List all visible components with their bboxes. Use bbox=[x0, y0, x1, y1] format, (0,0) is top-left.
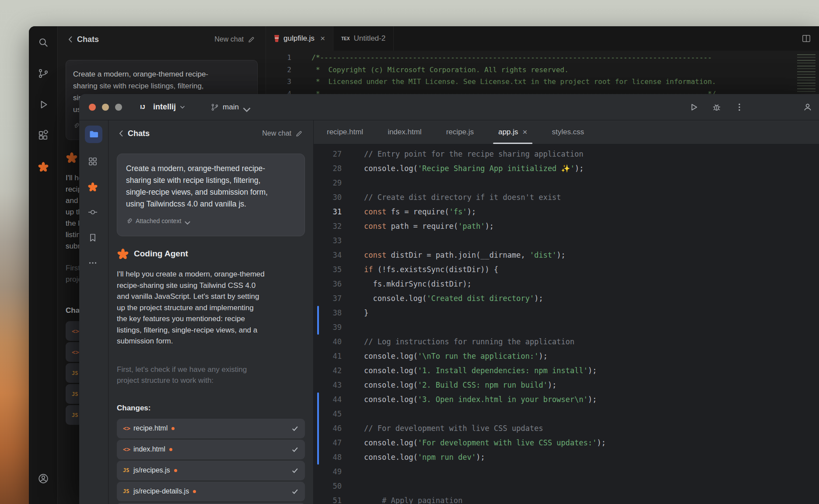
code-line[interactable]: 51 # Apply pagination bbox=[314, 494, 819, 504]
line-number[interactable]: 40 bbox=[314, 335, 350, 349]
code-line[interactable]: 33 bbox=[314, 234, 819, 248]
code-line[interactable]: 2 * Copyright (c) Microsoft Corporation.… bbox=[266, 64, 819, 76]
line-number[interactable]: 27 bbox=[314, 147, 350, 161]
ai-flower-icon[interactable] bbox=[88, 182, 100, 194]
code-line[interactable]: 44console.log('3. Open index.html in you… bbox=[314, 392, 819, 407]
code-line[interactable]: 34const distDir = path.join(__dirname, '… bbox=[314, 248, 819, 262]
gutter-change-marker[interactable] bbox=[317, 392, 319, 465]
code-line[interactable]: 38} bbox=[314, 306, 819, 320]
line-number[interactable]: 31 bbox=[314, 205, 350, 219]
line-number[interactable]: 41 bbox=[314, 349, 350, 364]
line-number[interactable]: 29 bbox=[314, 176, 350, 190]
line-number[interactable]: 3 bbox=[266, 76, 297, 88]
code-line[interactable]: 1/*-------------------------------------… bbox=[266, 52, 819, 64]
change-row-partial[interactable]: JS bbox=[117, 503, 305, 504]
source-control-icon[interactable] bbox=[38, 68, 49, 79]
code-line[interactable]: 43console.log('2. Build CSS: npm run bui… bbox=[314, 378, 819, 392]
back-chevron-icon[interactable] bbox=[119, 130, 123, 137]
project-tool-button[interactable] bbox=[85, 126, 102, 143]
line-number[interactable]: 36 bbox=[314, 277, 350, 291]
line-number[interactable]: 1 bbox=[266, 52, 297, 64]
code-line[interactable]: 30// Create dist directory if it doesn't… bbox=[314, 190, 819, 205]
close-icon[interactable]: × bbox=[320, 34, 325, 43]
line-number[interactable]: 30 bbox=[314, 190, 350, 205]
code-line[interactable]: 39 bbox=[314, 320, 819, 335]
code-line[interactable]: 48console.log('npm run dev'); bbox=[314, 450, 819, 465]
new-chat-button[interactable]: New chat bbox=[262, 130, 303, 137]
more-icon[interactable] bbox=[88, 258, 100, 270]
code-line[interactable]: 3 * Licensed under the MIT License. See … bbox=[266, 76, 819, 88]
change-row-js/recipe-details.js[interactable]: JSjs/recipe-details.js bbox=[117, 482, 305, 501]
search-icon[interactable] bbox=[38, 37, 49, 48]
line-number[interactable]: 37 bbox=[314, 291, 350, 306]
code-line[interactable]: 29 bbox=[314, 176, 819, 190]
code-line[interactable]: 46// For development with live CSS updat… bbox=[314, 421, 819, 436]
line-number[interactable]: 33 bbox=[314, 234, 350, 248]
editor-tab-gulpfile.js[interactable]: gulpfile.js× bbox=[266, 26, 333, 51]
run-icon[interactable] bbox=[689, 102, 699, 112]
code-editor[interactable]: 27// Entry point for the recipe sharing … bbox=[314, 144, 819, 504]
line-number[interactable]: 46 bbox=[314, 421, 350, 436]
account-icon[interactable] bbox=[38, 473, 49, 484]
new-chat-button[interactable]: New chat bbox=[214, 35, 255, 43]
change-row-js/recipes.js[interactable]: JSjs/recipes.js bbox=[117, 461, 305, 480]
line-number[interactable]: 35 bbox=[314, 262, 350, 277]
code-line[interactable]: 40// Log instructions for running the ap… bbox=[314, 335, 819, 349]
back-chevron-icon[interactable] bbox=[68, 36, 73, 43]
editor-tab-recipe.js[interactable]: recipe.js bbox=[436, 120, 484, 144]
line-number[interactable]: 43 bbox=[314, 378, 350, 392]
code-line[interactable]: 47console.log('For development with live… bbox=[314, 436, 819, 450]
line-number[interactable]: 38 bbox=[314, 306, 350, 320]
branch-widget[interactable]: main bbox=[210, 103, 248, 112]
close-icon[interactable]: × bbox=[522, 127, 527, 137]
debug-bug-icon[interactable] bbox=[711, 102, 722, 112]
line-number[interactable]: 42 bbox=[314, 364, 350, 378]
editor-tab-Untitled-2[interactable]: TEXUntitled-2 bbox=[333, 26, 394, 51]
more-vertical-icon[interactable] bbox=[734, 102, 745, 112]
run-debug-icon[interactable] bbox=[38, 99, 49, 110]
line-number[interactable]: 49 bbox=[314, 465, 350, 479]
project-widget[interactable]: IJ intellij bbox=[136, 101, 185, 114]
line-number[interactable]: 51 bbox=[314, 494, 350, 504]
user-icon[interactable] bbox=[802, 102, 813, 112]
code-line[interactable]: 37 console.log('Created dist directory')… bbox=[314, 291, 819, 306]
ai-flower-icon[interactable] bbox=[38, 161, 49, 172]
attached-context-chip[interactable]: Attached context bbox=[126, 215, 296, 227]
code-line[interactable]: 35if (!fs.existsSync(distDir)) { bbox=[314, 262, 819, 277]
editor-tab-styles.css[interactable]: styles.css bbox=[541, 120, 595, 144]
commit-icon[interactable] bbox=[88, 207, 100, 219]
code-line[interactable]: 49 bbox=[314, 465, 819, 479]
line-number[interactable]: 44 bbox=[314, 392, 350, 407]
structure-grid-icon[interactable] bbox=[88, 156, 100, 168]
editor-tab-app.js[interactable]: app.js× bbox=[488, 120, 538, 144]
code-line[interactable]: 28console.log('Recipe Sharing App initia… bbox=[314, 161, 819, 176]
extensions-icon[interactable] bbox=[38, 130, 49, 141]
code-line[interactable]: 45 bbox=[314, 407, 819, 421]
code-line[interactable]: 32const path = require('path'); bbox=[314, 219, 819, 234]
line-number[interactable]: 32 bbox=[314, 219, 350, 234]
chat-scroll-area[interactable]: Create a modern, orange-themed recipe-sh… bbox=[108, 147, 313, 504]
line-number[interactable]: 39 bbox=[314, 320, 350, 335]
line-number[interactable]: 28 bbox=[314, 161, 350, 176]
title-bar[interactable]: IJ intellij main bbox=[79, 94, 819, 120]
code-line[interactable]: 42console.log('1. Install dependencies: … bbox=[314, 364, 819, 378]
line-number[interactable]: 2 bbox=[266, 64, 297, 76]
line-number[interactable]: 48 bbox=[314, 450, 350, 465]
line-number[interactable]: 34 bbox=[314, 248, 350, 262]
close-window-button[interactable] bbox=[89, 104, 96, 111]
code-line[interactable]: 50 bbox=[314, 479, 819, 494]
editor-tab-index.html[interactable]: index.html bbox=[377, 120, 432, 144]
change-row-recipe.html[interactable]: <>recipe.html bbox=[117, 419, 305, 438]
code-line[interactable]: 27// Entry point for the recipe sharing … bbox=[314, 147, 819, 161]
code-line[interactable]: 41console.log('\nTo run the application:… bbox=[314, 349, 819, 364]
zoom-window-button[interactable] bbox=[115, 104, 122, 111]
bookmarks-icon[interactable] bbox=[88, 232, 100, 245]
change-row-index.html[interactable]: <>index.html bbox=[117, 440, 305, 459]
code-line[interactable]: 31const fs = require('fs'); bbox=[314, 205, 819, 219]
editor-tab-recipe.html[interactable]: recipe.html bbox=[316, 120, 374, 144]
gutter-change-marker[interactable] bbox=[317, 306, 319, 335]
split-editor-icon[interactable] bbox=[802, 26, 811, 51]
line-number[interactable]: 47 bbox=[314, 436, 350, 450]
line-number[interactable]: 45 bbox=[314, 407, 350, 421]
code-line[interactable]: 36 fs.mkdirSync(distDir); bbox=[314, 277, 819, 291]
